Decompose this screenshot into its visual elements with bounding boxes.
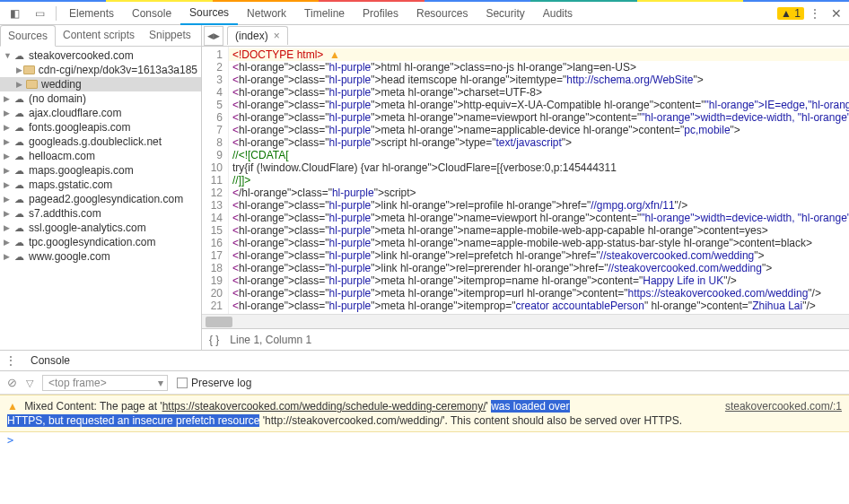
sub-tab-content-scripts[interactable]: Content scripts <box>56 25 142 46</box>
console-drawer-tab[interactable]: Console <box>22 351 79 370</box>
tree-item[interactable]: ▶s7.addthis.com <box>0 206 201 221</box>
close-devtools-icon[interactable]: ✕ <box>826 6 847 21</box>
tree-item[interactable]: ▶maps.gstatic.com <box>0 178 201 192</box>
tree-item[interactable]: ▶maps.googleapis.com <box>0 163 201 178</box>
tree-item[interactable]: ▶helloacm.com <box>0 149 201 163</box>
console-source-link[interactable]: steakovercooked.com/:1 <box>725 399 842 413</box>
main-tab-timeline[interactable]: Timeline <box>295 2 354 25</box>
file-tab-index[interactable]: (index) × <box>227 26 288 45</box>
tree-item[interactable]: ▼steakovercooked.com <box>0 48 201 63</box>
sub-tab-sources[interactable]: Sources <box>0 25 56 47</box>
main-tab-audits[interactable]: Audits <box>534 2 582 25</box>
main-tab-security[interactable]: Security <box>477 2 533 25</box>
console-toolbar: <top frame> Preserve log <box>0 371 849 395</box>
preserve-log-label: Preserve log <box>191 377 251 389</box>
tree-item[interactable]: ▶fonts.googleapis.com <box>0 120 201 135</box>
drawer-tab-bar: ⋮ Console <box>0 350 849 371</box>
main-tab-console[interactable]: Console <box>123 2 180 25</box>
warning-icon: ▲ <box>7 400 18 413</box>
preserve-log-toggle[interactable]: Preserve log <box>177 377 251 389</box>
file-tab-label: (index) <box>235 30 268 42</box>
navigator-pane: SourcesContent scriptsSnippets ▼steakove… <box>0 25 202 350</box>
pretty-print-icon[interactable]: { } <box>209 334 219 346</box>
tree-item[interactable]: ▶tpc.googlesyndication.com <box>0 235 201 249</box>
drawer-menu-icon[interactable]: ⋮ <box>0 354 22 367</box>
tree-item[interactable]: ▶pagead2.googlesyndication.com <box>0 192 201 206</box>
tree-item[interactable]: ▶googleads.g.doubleclick.net <box>0 135 201 149</box>
editor-tab-bar: ◀▶ (index) × ▶| <box>202 25 849 47</box>
sub-tab-snippets[interactable]: Snippets <box>142 25 198 46</box>
tree-item[interactable]: ▶wedding <box>0 77 201 91</box>
tree-item[interactable]: ▶ajax.cloudflare.com <box>0 106 201 120</box>
close-tab-icon[interactable]: × <box>274 30 280 42</box>
console-prompt[interactable]: > <box>0 432 849 448</box>
line-gutter[interactable]: 1234567891011121314151617181920212223 <box>202 47 229 314</box>
tree-item[interactable]: ▶(no domain) <box>0 91 201 106</box>
horizontal-scrollbar[interactable] <box>202 314 849 328</box>
tree-item[interactable]: ▶www.google.com <box>0 249 201 264</box>
tree-item[interactable]: ▶ssl.google-analytics.com <box>0 221 201 235</box>
more-menu-icon[interactable]: ⋮ <box>804 7 826 20</box>
code-editor[interactable]: 1234567891011121314151617181920212223 <!… <box>202 47 849 314</box>
clear-console-icon[interactable] <box>7 376 17 389</box>
main-tab-resources[interactable]: Resources <box>407 2 477 25</box>
console-warning-row[interactable]: steakovercooked.com/:1 ▲ Mixed Content: … <box>0 395 849 432</box>
nav-history-icon[interactable]: ◀▶ <box>204 26 223 46</box>
warning-badge[interactable]: ▲ 1 <box>777 7 804 20</box>
cursor-position: Line 1, Column 1 <box>230 334 311 346</box>
dock-side-icon[interactable]: ◧ <box>2 3 27 24</box>
main-tab-sources[interactable]: Sources <box>180 2 238 25</box>
main-tab-bar: ◧ ▭ ElementsConsoleSourcesNetworkTimelin… <box>0 2 849 25</box>
code-content[interactable]: <!DOCTYPE html> ▲<hl-orange">class="hl-p… <box>229 47 849 314</box>
tree-item[interactable]: ▶cdn-cgi/nexp/dok3v=1613a3a185 <box>0 63 201 77</box>
editor-pane: ◀▶ (index) × ▶| 123456789101112131415161… <box>202 25 849 350</box>
file-tree[interactable]: ▼steakovercooked.com▶cdn-cgi/nexp/dok3v=… <box>0 47 201 350</box>
main-tab-elements[interactable]: Elements <box>60 2 123 25</box>
main-tab-network[interactable]: Network <box>238 2 295 25</box>
navigator-sub-tabs: SourcesContent scriptsSnippets <box>0 25 201 47</box>
frame-selector[interactable]: <top frame> <box>42 375 168 391</box>
device-mode-icon[interactable]: ▭ <box>27 3 52 24</box>
main-tab-profiles[interactable]: Profiles <box>354 2 407 25</box>
scrollbar-thumb[interactable] <box>206 317 232 327</box>
main-tabs-container: ElementsConsoleSourcesNetworkTimelinePro… <box>60 2 582 25</box>
editor-status-bar: { } Line 1, Column 1 <box>202 328 849 350</box>
filter-icon[interactable] <box>26 377 33 389</box>
